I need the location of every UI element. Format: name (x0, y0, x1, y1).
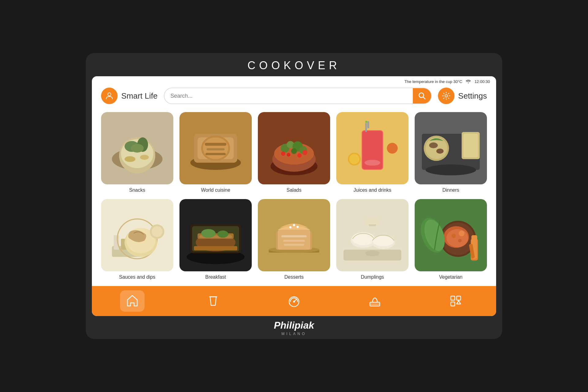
category-sauces[interactable]: Sauces and dips (101, 199, 173, 280)
svg-point-44 (349, 154, 359, 164)
svg-rect-78 (278, 230, 310, 250)
category-img-juices (336, 112, 409, 184)
svg-point-101 (458, 239, 462, 243)
svg-point-84 (296, 226, 299, 228)
smart-life-section[interactable]: Smart Life (101, 88, 158, 104)
status-bar: The temperature in the cup 30°C 12:00:30 (92, 76, 496, 85)
svg-rect-80 (283, 240, 305, 242)
svg-point-82 (289, 226, 292, 228)
category-salads[interactable]: Salads (258, 112, 330, 193)
category-img-dinners (415, 112, 487, 184)
svg-rect-113 (451, 296, 455, 300)
category-label-dumplings: Dumplings (361, 274, 384, 280)
svg-point-100 (451, 234, 456, 238)
category-dumplings[interactable]: Dumplings (336, 199, 409, 280)
svg-point-41 (365, 121, 367, 123)
svg-point-90 (372, 235, 394, 247)
category-img-salads (258, 112, 330, 184)
category-img-snacks (101, 112, 173, 184)
svg-point-54 (436, 149, 444, 154)
category-breakfast[interactable]: Breakfast (179, 199, 252, 280)
svg-rect-50 (463, 134, 478, 157)
brand-footer: Philipiak MILANO (274, 320, 314, 336)
smart-life-label: Smart Life (121, 91, 158, 101)
svg-point-34 (297, 153, 302, 158)
category-juices[interactable]: Juices and drinks (336, 112, 409, 193)
search-button[interactable] (413, 88, 431, 104)
nav-gauge[interactable] (282, 290, 306, 312)
svg-point-10 (131, 144, 144, 153)
app-title: COOKOVER (247, 59, 341, 72)
settings-label: Settings (458, 91, 487, 101)
screen: The temperature in the cup 30°C 12:00:30 (92, 76, 496, 316)
category-label-sauces: Sauces and dips (119, 274, 155, 280)
svg-point-98 (447, 229, 468, 247)
svg-point-71 (201, 229, 216, 238)
settings-section[interactable]: Settings (438, 88, 487, 104)
settings-icon (438, 88, 454, 104)
svg-rect-79 (281, 235, 307, 237)
category-world-cuisine[interactable]: World cuisine (179, 112, 252, 193)
category-label-vegetarian: Vegetarian (439, 274, 463, 280)
svg-point-53 (429, 142, 438, 148)
category-label-world-cuisine: World cuisine (201, 187, 230, 193)
svg-point-52 (425, 138, 447, 159)
svg-point-42 (364, 160, 380, 166)
svg-point-12 (140, 155, 149, 160)
svg-point-30 (291, 148, 297, 154)
category-label-salads: Salads (287, 187, 302, 193)
svg-point-45 (387, 143, 398, 153)
category-img-desserts (258, 199, 330, 271)
svg-point-83 (293, 224, 295, 226)
category-snacks[interactable]: Snacks (101, 112, 173, 193)
svg-marker-116 (457, 301, 461, 304)
svg-point-1 (419, 93, 424, 97)
header: Smart Life Settings (92, 85, 496, 109)
svg-point-48 (425, 164, 476, 175)
category-img-sauces (101, 199, 173, 271)
category-dinners[interactable]: Dinners (415, 112, 487, 193)
svg-point-72 (217, 231, 228, 238)
wifi-icon (465, 79, 471, 85)
category-vegetarian[interactable]: Vegetarian (415, 199, 487, 280)
app-title-text: COOKOVER (247, 59, 341, 72)
category-img-world-cuisine (179, 112, 252, 184)
svg-rect-40 (367, 121, 369, 129)
svg-point-88 (352, 232, 375, 245)
temperature-text: The temperature in the cup 30°C (405, 79, 462, 84)
svg-point-93 (365, 219, 379, 224)
svg-rect-115 (451, 302, 455, 306)
svg-rect-57 (114, 235, 119, 250)
category-label-breakfast: Breakfast (205, 274, 226, 280)
svg-rect-39 (365, 123, 367, 132)
svg-rect-20 (207, 148, 225, 150)
category-img-dumplings (336, 199, 409, 271)
category-desserts[interactable]: Desserts (258, 199, 330, 280)
svg-point-31 (281, 152, 285, 156)
category-img-breakfast (179, 199, 252, 271)
svg-point-33 (287, 153, 290, 156)
nav-home[interactable] (120, 290, 145, 312)
brand-sub: MILANO (281, 332, 307, 336)
svg-rect-114 (457, 296, 461, 300)
svg-point-32 (302, 150, 307, 155)
svg-point-91 (365, 251, 379, 256)
search-input[interactable] (164, 93, 413, 99)
svg-line-2 (423, 97, 425, 99)
svg-rect-73 (194, 246, 237, 250)
bottom-nav (92, 286, 496, 316)
svg-rect-21 (205, 153, 226, 155)
nav-scale[interactable] (363, 290, 387, 312)
svg-point-99 (459, 231, 465, 236)
svg-rect-81 (284, 244, 304, 246)
svg-point-3 (445, 95, 447, 97)
nav-apps[interactable] (443, 290, 468, 312)
svg-point-63 (152, 226, 162, 237)
time-text: 12:00:30 (474, 79, 490, 84)
device-frame: COOKOVER The temperature in the cup 30°C… (86, 53, 502, 339)
category-label-dinners: Dinners (442, 187, 459, 193)
user-avatar (101, 88, 118, 104)
categories-grid: Snacks World cuisine Salads J (92, 109, 496, 286)
nav-cup[interactable] (201, 290, 225, 312)
category-label-juices: Juices and drinks (353, 187, 391, 193)
